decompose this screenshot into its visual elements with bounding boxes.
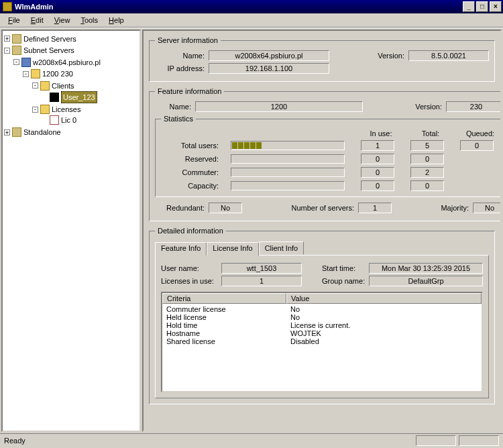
criteria-listview[interactable]: Criteria Value Commuter licenseNoHeld li… — [161, 292, 483, 392]
groupname-label: Group name: — [322, 277, 369, 285]
criteria-cell: Commuter license — [166, 305, 290, 313]
menu-view[interactable]: View — [49, 15, 76, 25]
server-ip-value: 192.168.1.100 — [209, 63, 329, 74]
tree-lic0[interactable]: Lic 0 — [42, 115, 76, 125]
feature-info-legend: Feature information — [155, 87, 224, 95]
stats-commuter-bar — [231, 168, 345, 177]
server-info-group: Server information Name: w2008x64.psbiur… — [149, 36, 495, 82]
expand-icon[interactable]: + — [4, 129, 10, 135]
stats-capacity-inuse: 0 — [361, 180, 394, 191]
list-item[interactable]: HostnameWOJTEK — [162, 329, 482, 337]
maximize-button[interactable]: □ — [476, 1, 488, 12]
statistics-group: Statistics In use: Total: Queued: Total … — [155, 115, 502, 197]
collapse-icon[interactable]: - — [32, 82, 38, 89]
stats-hdr-queued: Queued: — [460, 129, 500, 137]
list-item[interactable]: Hold timeLicense is current. — [162, 321, 482, 329]
collapse-icon[interactable]: - — [13, 59, 19, 65]
menu-help[interactable]: Help — [103, 15, 129, 25]
stats-totalusers-total: 5 — [410, 140, 444, 151]
stats-commuter-total: 2 — [410, 167, 444, 178]
tree-subnet-servers[interactable]: - Subnet Servers — [4, 45, 74, 56]
servers-icon — [12, 127, 21, 137]
servers-icon — [12, 46, 21, 55]
close-button[interactable]: × — [490, 1, 502, 12]
licinuse-label: Licenses in use: — [161, 277, 221, 285]
stats-reserved-inuse: 0 — [361, 154, 394, 164]
tree-pane[interactable]: + Defined Servers - Subnet Servers — [1, 30, 141, 432]
stats-capacity-bar — [231, 181, 345, 190]
server-version-value: 8.5.0.0021 — [408, 50, 489, 61]
numservers-value: 1 — [358, 203, 392, 213]
menu-file[interactable]: File — [3, 15, 25, 25]
menubar: File Edit View Tools Help — [0, 13, 503, 27]
feature-version-label: Version: — [406, 103, 446, 111]
value-cell: Disabled — [290, 337, 478, 345]
value-cell: WOJTEK — [290, 329, 478, 337]
username-value: wtt_1503 — [221, 263, 302, 274]
folder-icon — [40, 105, 50, 114]
document-icon — [50, 115, 59, 125]
majority-value: No — [473, 203, 502, 213]
server-ip-label: IP address: — [155, 64, 209, 72]
stats-commuter-label: Commuter: — [161, 168, 221, 176]
stats-capacity-total: 0 — [410, 180, 444, 191]
criteria-cell: Shared license — [166, 337, 290, 345]
folder-icon — [40, 81, 50, 91]
expand-icon[interactable]: + — [4, 36, 10, 42]
tree-client-selected[interactable]: User_123 — [42, 91, 97, 103]
feature-name-label: Name: — [155, 103, 195, 111]
feature-info-group: Feature information Name: 1200 Version: … — [149, 87, 502, 221]
content-pane: Server information Name: w2008x64.psbiur… — [142, 30, 502, 432]
server-version-label: Version: — [368, 52, 408, 60]
menu-tools[interactable]: Tools — [75, 15, 103, 25]
redundant-value: No — [209, 203, 242, 213]
folder-icon — [31, 69, 40, 78]
criteria-cell: Hostname — [166, 329, 290, 337]
value-cell: License is current. — [290, 321, 478, 329]
statistics-legend: Statistics — [161, 115, 196, 123]
menu-edit[interactable]: Edit — [25, 15, 49, 25]
licinuse-value: 1 — [221, 276, 302, 286]
collapse-icon[interactable]: - — [4, 48, 10, 54]
list-item[interactable]: Shared licenseDisabled — [162, 337, 482, 345]
client-info-panel: User name: wtt_1503 Start time: Mon Mar … — [155, 255, 489, 398]
stats-hdr-inuse: In use: — [361, 129, 401, 137]
tree-licenses[interactable]: - Licenses — [32, 104, 80, 115]
tree-host[interactable]: - w2008x64.psbiuro.pl — [13, 57, 101, 68]
tree-clients[interactable]: - Clients — [32, 80, 74, 91]
stats-reserved-total: 0 — [410, 154, 444, 164]
app-icon — [3, 2, 12, 11]
starttime-label: Start time: — [322, 264, 369, 272]
tab-license-info[interactable]: License Info — [207, 242, 258, 256]
redundant-label: Redundant: — [155, 204, 209, 212]
status-cell-2 — [459, 435, 499, 446]
servers-icon — [12, 34, 21, 44]
minimize-button[interactable]: _ — [463, 1, 475, 12]
tree-defined-servers[interactable]: + Defined Servers — [4, 34, 76, 44]
collapse-icon[interactable]: - — [23, 71, 29, 77]
stats-totalusers-inuse: 1 — [361, 140, 394, 151]
list-item[interactable]: Held licenseNo — [162, 313, 482, 321]
value-cell: No — [290, 313, 478, 321]
collapse-icon[interactable]: - — [32, 107, 38, 113]
feature-version-value: 230 — [446, 101, 502, 112]
stats-totalusers-label: Total users: — [161, 142, 221, 150]
list-item[interactable]: Commuter licenseNo — [162, 305, 482, 313]
person-icon — [50, 93, 59, 102]
stats-capacity-label: Capacity: — [161, 182, 221, 190]
stats-reserved-label: Reserved: — [161, 155, 221, 163]
computer-icon — [21, 58, 31, 67]
col-criteria[interactable]: Criteria — [162, 293, 286, 304]
server-name-value: w2008x64.psbiuro.pl — [209, 50, 329, 61]
username-label: User name: — [161, 264, 221, 272]
server-info-legend: Server information — [155, 36, 221, 44]
tab-client-info[interactable]: Client Info — [259, 241, 304, 255]
tree-standalone[interactable]: + Standalone — [4, 127, 61, 137]
col-value[interactable]: Value — [286, 293, 482, 304]
stats-reserved-bar — [231, 154, 345, 164]
groupname-value: DefaultGrp — [369, 276, 483, 286]
tab-feature-info[interactable]: Feature Info — [155, 242, 207, 256]
tree-feature[interactable]: - 1200 230 — [23, 68, 73, 79]
numservers-label: Number of servers: — [291, 204, 354, 212]
criteria-cell: Hold time — [166, 321, 290, 329]
